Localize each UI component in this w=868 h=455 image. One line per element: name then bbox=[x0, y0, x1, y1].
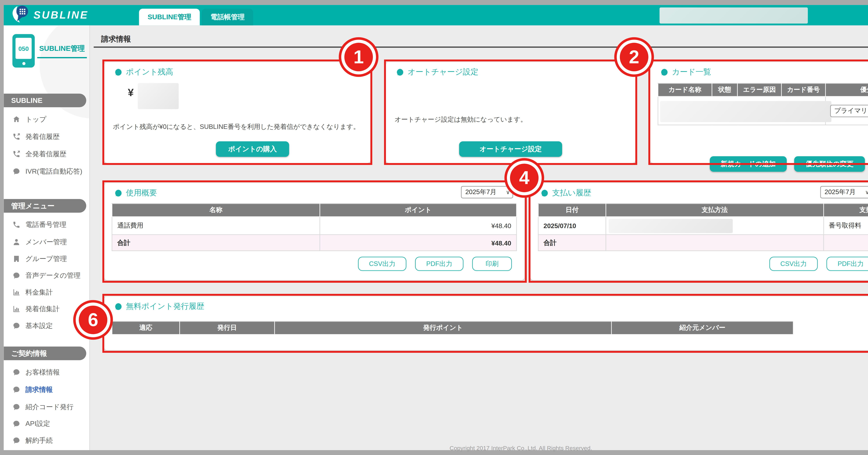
usage-total-label: 合計 bbox=[112, 235, 320, 251]
currency-symbol: ¥ bbox=[128, 87, 134, 99]
usage-row-value: ¥48.40 bbox=[320, 217, 517, 235]
sidebar-item-top[interactable]: トップ bbox=[4, 112, 90, 126]
sidebar-item-label: 紹介コード発行 bbox=[26, 402, 73, 412]
sidebar-item-basic-settings[interactable]: 基本設定 bbox=[4, 319, 90, 332]
sidebar-item-all-call-history[interactable]: 全発着信履歴 bbox=[4, 147, 90, 161]
col-priority: 優先順位 bbox=[825, 84, 868, 96]
free-points-table: 適応 発行日 発行ポイント 紹介元メンバー bbox=[112, 321, 794, 335]
sidebar-item-label: 音声データの管理 bbox=[26, 270, 81, 280]
tab-subline-kanri[interactable]: SUBLINE管理 bbox=[139, 9, 200, 25]
payment-date: 2025/07/10 bbox=[538, 217, 606, 235]
col-method: 支払方法 bbox=[606, 204, 824, 217]
sidebar-item-group-mgmt[interactable]: グループ管理 bbox=[4, 252, 90, 265]
sidebar-item-label: 基本設定 bbox=[26, 321, 53, 330]
speech-bubble-icon bbox=[12, 271, 20, 279]
usage-print-button[interactable]: 印刷 bbox=[472, 257, 512, 271]
sidebar-item-label: API設定 bbox=[26, 419, 50, 428]
auto-charge-settings-button[interactable]: オートチャージ設定 bbox=[459, 141, 562, 157]
usage-row-name: 通話費用 bbox=[112, 217, 320, 235]
sidebar-item-label: トップ bbox=[26, 114, 46, 124]
usage-total-value: ¥48.40 bbox=[320, 235, 517, 251]
header-tabs: SUBLINE管理 電話帳管理 bbox=[139, 9, 253, 25]
sidebar-item-label: 請求情報 bbox=[26, 385, 53, 394]
col-name: 名称 bbox=[112, 204, 320, 217]
phone-outgoing-icon bbox=[12, 132, 20, 140]
subline-logo: SUBLINE bbox=[11, 5, 135, 25]
sidebar-item-call-history[interactable]: 発着信履歴 bbox=[4, 130, 90, 143]
change-priority-button[interactable]: 優先順位の変更 bbox=[794, 156, 865, 172]
sidebar-item-label: お客様情報 bbox=[26, 367, 60, 377]
payment-pdf-button[interactable]: PDF出力 bbox=[827, 257, 868, 271]
panel-auto-charge: オートチャージ設定 オートチャージ設定は無効になっています。 オートチャージ設定 bbox=[386, 62, 636, 163]
page-title: 請求情報 bbox=[101, 34, 131, 45]
priority-select[interactable]: プライマリーカード bbox=[830, 104, 868, 117]
col-points: ポイント bbox=[320, 204, 517, 217]
redacted-point-balance bbox=[138, 83, 179, 109]
sidebar-item-phone-number-mgmt[interactable]: 電話番号管理 bbox=[4, 218, 90, 231]
bar-chart-icon bbox=[12, 288, 20, 296]
col-card-number: カード番号 bbox=[781, 84, 825, 96]
main-content: 請求情報 ▲ ポイント残高 ¥ ポイント残高が¥0になると、SUBLINE番号を… bbox=[90, 26, 868, 450]
sidebar-item-fee-summary[interactable]: 料金集計 bbox=[4, 285, 90, 299]
sidebar-item-api-settings[interactable]: API設定 bbox=[4, 417, 90, 430]
screenshot-frame: SUBLINE SUBLINE管理 電話帳管理 ? 050 SUBLINE管理 … bbox=[0, 0, 868, 455]
col-issued-points: 発行ポイント bbox=[275, 321, 612, 334]
sidebar-item-ivr[interactable]: IVR(電話自動応答) bbox=[4, 164, 90, 178]
speech-bubble-icon bbox=[12, 385, 20, 393]
redacted-payment-method bbox=[609, 219, 733, 233]
sidebar-section-kanri-menu: 管理メニュー bbox=[4, 199, 86, 213]
panel-free-points: 無料ポイント発行履歴 適応 発行日 発行ポイント 紹介元メンバー bbox=[104, 296, 868, 350]
usage-pdf-button[interactable]: PDF出力 bbox=[415, 257, 464, 271]
auto-charge-status: オートチャージ設定は無効になっています。 bbox=[395, 116, 630, 124]
table-total-row: 合計 ¥48.40 bbox=[112, 235, 517, 251]
teal-bullet-icon bbox=[114, 189, 122, 197]
table-row: 通話費用 ¥48.40 bbox=[112, 217, 517, 235]
top-bar: SUBLINE SUBLINE管理 電話帳管理 ? bbox=[4, 5, 868, 26]
tab-denwacho-kanri[interactable]: 電話帳管理 bbox=[202, 9, 253, 25]
sidebar-item-voice-data-mgmt[interactable]: 音声データの管理 bbox=[4, 268, 90, 282]
panel-payment-history: 支払い履歴 2025年7月 ~ 2025年7月 日付 支払方法 支払概要 金額 bbox=[530, 183, 868, 280]
speech-bubble-icon bbox=[12, 167, 20, 175]
phone-home-button-dot bbox=[22, 62, 26, 65]
payment-period-from-select[interactable]: 2025年7月 bbox=[820, 186, 868, 198]
sidebar-item-billing-info[interactable]: 請求情報 bbox=[4, 383, 90, 396]
speech-bubble-icon bbox=[12, 402, 20, 411]
sidebar-item-referral-code[interactable]: 紹介コード発行 bbox=[4, 400, 90, 414]
table-row: 2025/07/10 番号取得料 ¥330 bbox=[538, 217, 868, 235]
phone-050-icon: 050 bbox=[12, 34, 35, 68]
panel-title-text: 無料ポイント発行履歴 bbox=[126, 301, 204, 312]
brand-text: SUBLINE bbox=[33, 9, 89, 21]
sidebar-item-call-summary[interactable]: 発着信集計 bbox=[4, 302, 90, 316]
col-summary: 支払概要 bbox=[824, 204, 868, 217]
redacted-account-info bbox=[659, 7, 808, 24]
col-error-cause: エラー原因 bbox=[738, 84, 781, 96]
sidebar: 050 SUBLINE管理 SUBLINE トップ 発着信履歴 全発着信履歴 I… bbox=[4, 26, 90, 450]
sidebar-item-member-mgmt[interactable]: メンバー管理 bbox=[4, 235, 90, 249]
table-total-row: 合計 ¥330 bbox=[538, 235, 868, 251]
sidebar-item-customer-info[interactable]: お客様情報 bbox=[4, 365, 90, 379]
col-issue-date: 発行日 bbox=[180, 321, 275, 334]
panel-title-text: 使用概要 bbox=[126, 188, 157, 198]
usage-csv-button[interactable]: CSV出力 bbox=[358, 257, 406, 271]
teal-bullet-icon bbox=[396, 68, 404, 76]
sidebar-item-label: 発着信集計 bbox=[26, 304, 60, 314]
teal-bullet-icon bbox=[540, 189, 549, 197]
phone-outgoing-icon bbox=[12, 150, 20, 158]
usage-month-select[interactable]: 2025年7月 bbox=[461, 186, 513, 198]
panel-title-text: オートチャージ設定 bbox=[408, 67, 478, 77]
usage-table: 名称 ポイント 通話費用 ¥48.40 合計 ¥48.40 bbox=[112, 203, 517, 251]
teal-bullet-icon bbox=[114, 302, 122, 311]
teal-bullet-icon bbox=[660, 68, 668, 76]
payment-table: 日付 支払方法 支払概要 金額 2025/07/10 番号取得料 ¥330 bbox=[538, 203, 868, 251]
add-card-button[interactable]: 新規カードの追加 bbox=[710, 156, 787, 172]
point-balance-note: ポイント残高が¥0になると、SUBLINE番号を利用した発着信ができなくなります… bbox=[113, 123, 364, 131]
payment-csv-button[interactable]: CSV出力 bbox=[769, 257, 818, 271]
sidebar-item-label: IVR(電話自動応答) bbox=[26, 166, 83, 176]
sidebar-app-title[interactable]: SUBLINE管理 bbox=[37, 44, 87, 58]
sidebar-item-cancellation[interactable]: 解約手続 bbox=[4, 433, 90, 447]
subline-logo-icon bbox=[11, 4, 30, 26]
purchase-points-button[interactable]: ポイントの購入 bbox=[216, 141, 289, 157]
person-icon bbox=[12, 238, 20, 246]
phone-icon bbox=[12, 221, 20, 228]
table-row: プライマリーカード 削除 bbox=[658, 96, 868, 125]
